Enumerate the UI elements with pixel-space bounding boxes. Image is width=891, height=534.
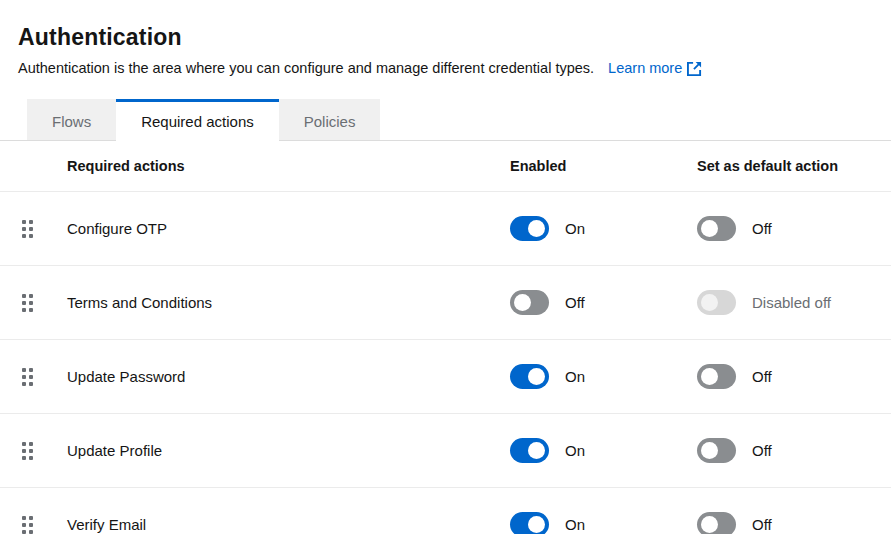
tab-policies[interactable]: Policies [279, 99, 381, 140]
table-row: Terms and Conditions Off Disabled off [0, 266, 891, 340]
enabled-toggle[interactable] [510, 216, 549, 241]
table-header-row: Required actions Enabled Set as default … [0, 141, 891, 192]
default-toggle-label: Off [752, 220, 772, 237]
external-link-icon [687, 61, 702, 76]
drag-handle-icon[interactable] [22, 516, 33, 534]
tab-bar: FlowsRequired actionsPolicies [0, 99, 891, 141]
default-toggle[interactable] [697, 512, 736, 534]
page-header: Authentication Authentication is the are… [0, 0, 891, 76]
column-header-set-as-default: Set as default action [697, 158, 891, 174]
column-header-required-actions: Required actions [67, 158, 510, 174]
learn-more-label: Learn more [608, 60, 682, 76]
enabled-toggle-label: On [565, 220, 585, 237]
required-actions-table: Required actions Enabled Set as default … [0, 141, 891, 534]
table-row: Update Profile On Off [0, 414, 891, 488]
default-toggle[interactable] [697, 216, 736, 241]
default-toggle-label: Disabled off [752, 294, 831, 311]
drag-handle-icon[interactable] [22, 368, 33, 386]
action-name: Terms and Conditions [67, 294, 510, 311]
drag-handle-icon[interactable] [22, 294, 33, 312]
learn-more-link[interactable]: Learn more [608, 60, 702, 76]
tab-flows[interactable]: Flows [27, 99, 116, 140]
enabled-toggle[interactable] [510, 290, 549, 315]
table-row: Update Password On Off [0, 340, 891, 414]
enabled-toggle[interactable] [510, 512, 549, 534]
action-name: Update Password [67, 368, 510, 385]
default-toggle-label: Off [752, 516, 772, 533]
page-subtitle: Authentication is the area where you can… [18, 60, 873, 76]
default-toggle[interactable] [697, 364, 736, 389]
default-toggle-label: Off [752, 368, 772, 385]
enabled-toggle-label: On [565, 368, 585, 385]
table-row: Configure OTP On Off [0, 192, 891, 266]
drag-handle-icon[interactable] [22, 442, 33, 460]
enabled-toggle-label: On [565, 442, 585, 459]
default-toggle [697, 290, 736, 315]
default-toggle[interactable] [697, 438, 736, 463]
action-name: Verify Email [67, 516, 510, 533]
action-name: Update Profile [67, 442, 510, 459]
drag-handle-icon[interactable] [22, 220, 33, 238]
action-name: Configure OTP [67, 220, 510, 237]
enabled-toggle[interactable] [510, 364, 549, 389]
tab-required-actions[interactable]: Required actions [116, 99, 279, 141]
enabled-toggle-label: On [565, 516, 585, 533]
enabled-toggle-label: Off [565, 294, 585, 311]
default-toggle-label: Off [752, 442, 772, 459]
column-header-enabled: Enabled [510, 158, 697, 174]
enabled-toggle[interactable] [510, 438, 549, 463]
page-subtitle-text: Authentication is the area where you can… [18, 60, 594, 76]
page-title: Authentication [18, 24, 873, 51]
table-row: Verify Email On Off [0, 488, 891, 534]
